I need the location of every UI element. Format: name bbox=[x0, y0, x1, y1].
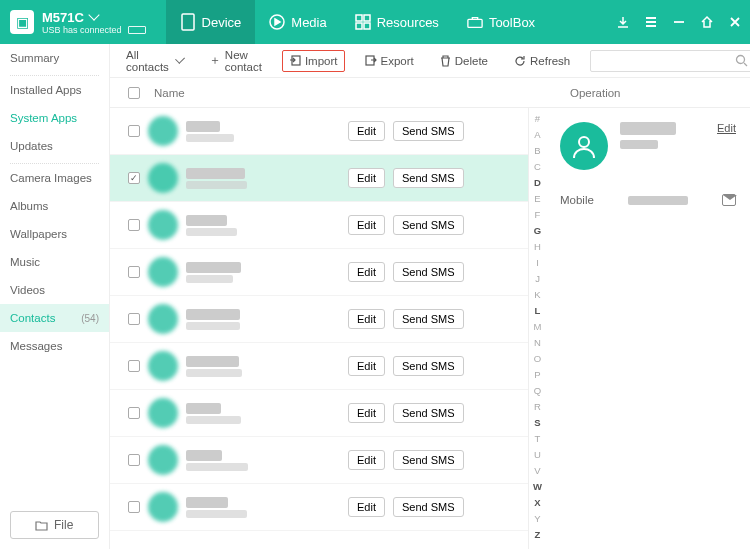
edit-button[interactable]: Edit bbox=[348, 497, 385, 517]
send-sms-button[interactable]: Send SMS bbox=[393, 450, 464, 470]
edit-button[interactable]: Edit bbox=[348, 121, 385, 141]
download-icon[interactable] bbox=[616, 15, 630, 29]
edit-button[interactable]: Edit bbox=[348, 168, 385, 188]
export-button[interactable]: Export bbox=[359, 51, 420, 71]
index-M[interactable]: M bbox=[534, 320, 542, 335]
index-E[interactable]: E bbox=[534, 192, 540, 207]
row-checkbox[interactable] bbox=[128, 454, 140, 466]
send-sms-button[interactable]: Send SMS bbox=[393, 121, 464, 141]
index-B[interactable]: B bbox=[534, 144, 540, 159]
send-sms-button[interactable]: Send SMS bbox=[393, 309, 464, 329]
table-row[interactable]: EditSend SMS bbox=[110, 296, 528, 343]
nav-resources[interactable]: Resources bbox=[341, 0, 453, 44]
table-row[interactable]: EditSend SMS bbox=[110, 202, 528, 249]
filter-dropdown[interactable]: All contacts bbox=[120, 45, 189, 77]
index-D[interactable]: D bbox=[534, 176, 541, 191]
index-V[interactable]: V bbox=[534, 464, 540, 479]
table-row[interactable]: EditSend SMS bbox=[110, 155, 528, 202]
index-F[interactable]: F bbox=[535, 208, 541, 223]
index-J[interactable]: J bbox=[535, 272, 540, 287]
edit-button[interactable]: Edit bbox=[348, 403, 385, 423]
alpha-index[interactable]: #ABCDEFGHIJKLMNOPQRSTUVWXYZ bbox=[528, 108, 546, 549]
sidebar-item-wallpapers[interactable]: Wallpapers bbox=[0, 220, 109, 248]
edit-button[interactable]: Edit bbox=[348, 309, 385, 329]
table-row[interactable]: EditSend SMS bbox=[110, 343, 528, 390]
index-C[interactable]: C bbox=[534, 160, 541, 175]
table-row[interactable]: EditSend SMS bbox=[110, 390, 528, 437]
sidebar-item-camera-images[interactable]: Camera Images bbox=[0, 164, 109, 192]
send-sms-button[interactable]: Send SMS bbox=[393, 356, 464, 376]
sidebar-item-contacts[interactable]: Contacts(54) bbox=[0, 304, 109, 332]
index-G[interactable]: G bbox=[534, 224, 541, 239]
send-sms-button[interactable]: Send SMS bbox=[393, 215, 464, 235]
resources-icon bbox=[355, 14, 371, 30]
table-row[interactable]: EditSend SMS bbox=[110, 108, 528, 155]
index-O[interactable]: O bbox=[534, 352, 541, 367]
import-button[interactable]: Import bbox=[282, 50, 345, 72]
minimize-button[interactable] bbox=[672, 15, 686, 29]
sidebar-item-system-apps[interactable]: System Apps bbox=[0, 104, 109, 132]
edit-button[interactable]: Edit bbox=[348, 262, 385, 282]
row-checkbox[interactable] bbox=[128, 266, 140, 278]
sidebar-item-music[interactable]: Music bbox=[0, 248, 109, 276]
edit-button[interactable]: Edit bbox=[348, 215, 385, 235]
sidebar-item-albums[interactable]: Albums bbox=[0, 192, 109, 220]
index-U[interactable]: U bbox=[534, 448, 541, 463]
index-S[interactable]: S bbox=[534, 416, 540, 431]
edit-button[interactable]: Edit bbox=[348, 450, 385, 470]
index-X[interactable]: X bbox=[534, 496, 540, 511]
refresh-button[interactable]: Refresh bbox=[508, 51, 576, 71]
nav-device[interactable]: Device bbox=[166, 0, 256, 44]
svg-rect-2 bbox=[356, 15, 362, 21]
sidebar-item-installed-apps[interactable]: Installed Apps bbox=[0, 76, 109, 104]
sidebar-item-videos[interactable]: Videos bbox=[0, 276, 109, 304]
sidebar-item-summary[interactable]: Summary bbox=[0, 44, 109, 72]
send-sms-button[interactable]: Send SMS bbox=[393, 262, 464, 282]
index-T[interactable]: T bbox=[535, 432, 541, 447]
edit-button[interactable]: Edit bbox=[348, 356, 385, 376]
index-Z[interactable]: Z bbox=[535, 528, 541, 543]
send-sms-button[interactable]: Send SMS bbox=[393, 403, 464, 423]
row-checkbox[interactable] bbox=[128, 125, 140, 137]
index-K[interactable]: K bbox=[534, 288, 540, 303]
row-checkbox[interactable] bbox=[128, 313, 140, 325]
index-H[interactable]: H bbox=[534, 240, 541, 255]
home-button[interactable] bbox=[700, 15, 714, 29]
sidebar-item-messages[interactable]: Messages bbox=[0, 332, 109, 360]
index-#[interactable]: # bbox=[535, 112, 540, 127]
table-row[interactable]: EditSend SMS bbox=[110, 249, 528, 296]
index-Y[interactable]: Y bbox=[534, 512, 540, 527]
row-checkbox[interactable] bbox=[128, 172, 140, 184]
close-button[interactable] bbox=[728, 15, 742, 29]
nav-toolbox[interactable]: ToolBox bbox=[453, 0, 549, 44]
table-row[interactable]: EditSend SMS bbox=[110, 484, 528, 531]
index-I[interactable]: I bbox=[536, 256, 539, 271]
new-contact-button[interactable]: ＋New contact bbox=[203, 45, 268, 77]
detail-edit-link[interactable]: Edit bbox=[717, 122, 736, 134]
nav-media[interactable]: Media bbox=[255, 0, 340, 44]
index-P[interactable]: P bbox=[534, 368, 540, 383]
index-A[interactable]: A bbox=[534, 128, 540, 143]
row-checkbox[interactable] bbox=[128, 219, 140, 231]
menu-icon[interactable] bbox=[644, 15, 658, 29]
file-button[interactable]: File bbox=[10, 511, 99, 539]
device-selector[interactable]: M571C USB has connected bbox=[42, 10, 146, 35]
index-W[interactable]: W bbox=[533, 480, 542, 495]
index-R[interactable]: R bbox=[534, 400, 541, 415]
row-checkbox[interactable] bbox=[128, 360, 140, 372]
table-row[interactable]: EditSend SMS bbox=[110, 437, 528, 484]
send-sms-button[interactable]: Send SMS bbox=[393, 497, 464, 517]
delete-button[interactable]: Delete bbox=[434, 51, 494, 71]
row-checkbox[interactable] bbox=[128, 501, 140, 513]
send-sms-button[interactable]: Send SMS bbox=[393, 168, 464, 188]
select-all-checkbox[interactable] bbox=[128, 87, 140, 99]
detail-sub bbox=[620, 140, 658, 149]
sidebar-item-updates[interactable]: Updates bbox=[0, 132, 109, 160]
envelope-icon[interactable] bbox=[722, 194, 736, 206]
index-Q[interactable]: Q bbox=[534, 384, 541, 399]
contact-sub bbox=[186, 134, 234, 142]
index-N[interactable]: N bbox=[534, 336, 541, 351]
index-L[interactable]: L bbox=[535, 304, 541, 319]
row-checkbox[interactable] bbox=[128, 407, 140, 419]
search-input[interactable] bbox=[590, 50, 750, 72]
